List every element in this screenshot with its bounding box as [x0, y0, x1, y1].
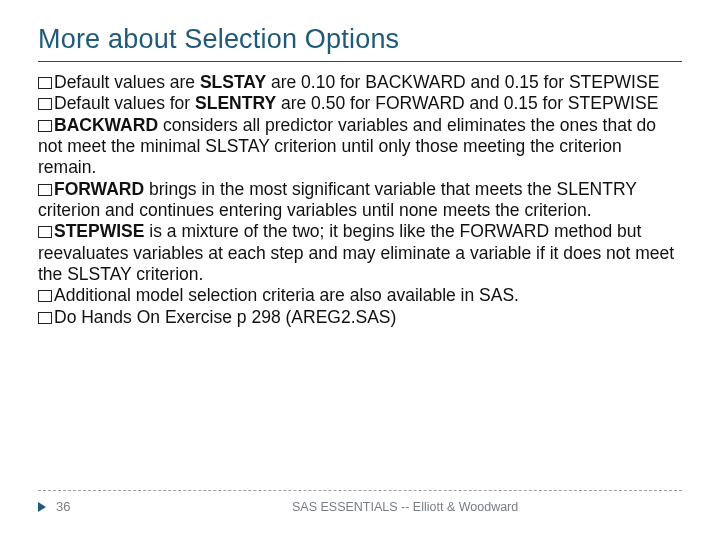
bullet-icon — [38, 77, 52, 89]
bullet-icon — [38, 226, 52, 238]
slide-body: Default values are SLSTAY are 0.10 for B… — [38, 72, 682, 328]
text: are 0.10 for BACKWARD and 0.15 for STEPW… — [266, 72, 659, 92]
page-number: 36 — [56, 499, 92, 514]
bold-text: SLSTAY — [200, 72, 266, 92]
slide-title: More about Selection Options — [38, 24, 682, 55]
bullet-icon — [38, 312, 52, 324]
list-item: Additional model selection criteria are … — [38, 285, 682, 306]
text: Additional model selection criteria are … — [54, 285, 519, 305]
text: Default values for — [54, 93, 195, 113]
text: Default values are — [54, 72, 200, 92]
bullet-icon — [38, 98, 52, 110]
list-item: STEPWISE is a mixture of the two; it beg… — [38, 221, 682, 285]
arrow-icon — [38, 502, 46, 512]
list-item: BACKWARD considers all predictor variabl… — [38, 115, 682, 179]
bold-text: SLENTRY — [195, 93, 276, 113]
title-rule — [38, 61, 682, 62]
list-item: Default values are SLSTAY are 0.10 for B… — [38, 72, 682, 93]
bullet-icon — [38, 290, 52, 302]
list-item: FORWARD brings in the most significant v… — [38, 179, 682, 222]
list-item: Default values for SLENTRY are 0.50 for … — [38, 93, 682, 114]
bullet-icon — [38, 120, 52, 132]
footer-rule — [38, 490, 682, 491]
bold-text: FORWARD — [54, 179, 144, 199]
bullet-icon — [38, 184, 52, 196]
text: Do Hands On Exercise p 298 (AREG2.SAS) — [54, 307, 396, 327]
footer-text: SAS ESSENTIALS -- Elliott & Woodward — [292, 500, 518, 514]
slide-footer: 36 SAS ESSENTIALS -- Elliott & Woodward — [38, 490, 682, 514]
list-item: Do Hands On Exercise p 298 (AREG2.SAS) — [38, 307, 682, 328]
bold-text: BACKWARD — [54, 115, 158, 135]
text: are 0.50 for FORWARD and 0.15 for STEPWI… — [276, 93, 658, 113]
bold-text: STEPWISE — [54, 221, 144, 241]
